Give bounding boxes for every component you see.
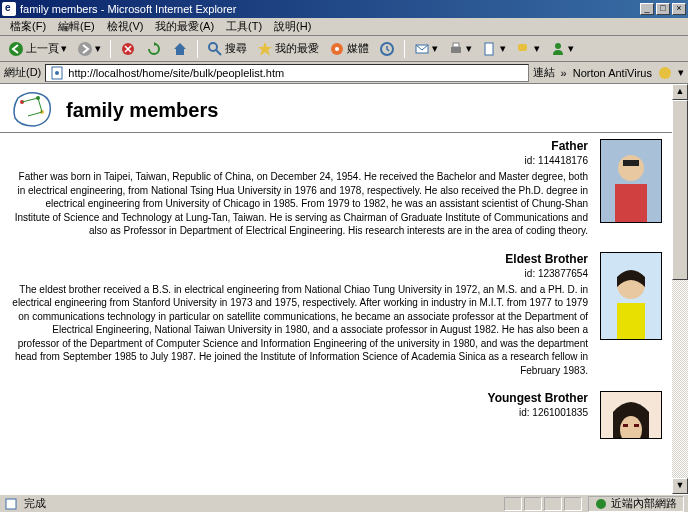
status-pane-seg bbox=[544, 497, 562, 511]
discuss-icon bbox=[516, 41, 532, 57]
media-button[interactable]: 媒體 bbox=[325, 39, 373, 59]
done-icon bbox=[4, 497, 18, 511]
svg-point-1 bbox=[78, 42, 92, 56]
status-bar: 完成 近端內部網路 bbox=[0, 494, 688, 512]
svg-rect-30 bbox=[6, 499, 16, 509]
window-title: family members - Microsoft Internet Expl… bbox=[20, 3, 640, 15]
menu-edit[interactable]: 編輯(E) bbox=[52, 19, 101, 34]
member-id: id: 114418176 bbox=[10, 155, 588, 166]
svg-rect-22 bbox=[615, 184, 647, 222]
member-description: The eldest brother received a B.S. in el… bbox=[10, 283, 588, 378]
stop-button[interactable] bbox=[116, 39, 140, 59]
page-content: family members Father id: 114418176 Fath… bbox=[0, 84, 672, 494]
member-description: Father was born in Taipei, Taiwan, Repub… bbox=[10, 170, 588, 238]
svg-rect-10 bbox=[485, 43, 493, 55]
maximize-button[interactable]: □ bbox=[656, 3, 670, 15]
dropdown-arrow-icon: ▾ bbox=[568, 42, 574, 55]
dropdown-arrow-icon: ▾ bbox=[432, 42, 438, 55]
forward-button[interactable]: ▾ bbox=[73, 39, 105, 59]
status-pane-seg bbox=[504, 497, 522, 511]
mail-icon bbox=[414, 41, 430, 57]
svg-point-5 bbox=[335, 47, 339, 51]
media-icon bbox=[329, 41, 345, 57]
svg-point-20 bbox=[618, 155, 644, 181]
links-label[interactable]: 連結 bbox=[533, 65, 555, 80]
status-panes bbox=[504, 497, 582, 511]
address-links: 連結 » Norton AntiVirus ▾ bbox=[533, 65, 684, 80]
member-text: Youngest Brother id: 1261001835 bbox=[10, 391, 600, 439]
close-button[interactable]: × bbox=[672, 3, 686, 15]
antivirus-label[interactable]: Norton AntiVirus bbox=[573, 67, 652, 79]
address-bar: 網址(D) http://localhost/home/site/bulk/pe… bbox=[0, 62, 688, 84]
edit-icon bbox=[482, 41, 498, 57]
svg-point-14 bbox=[55, 71, 59, 75]
svg-point-12 bbox=[555, 43, 561, 49]
stop-icon bbox=[120, 41, 136, 57]
print-icon bbox=[448, 41, 464, 57]
print-button[interactable]: ▾ bbox=[444, 39, 476, 59]
svg-point-15 bbox=[659, 67, 671, 79]
zone-icon bbox=[595, 498, 607, 510]
member-name: Eldest Brother bbox=[10, 252, 588, 266]
svg-point-0 bbox=[9, 42, 23, 56]
member-row: Father id: 114418176 Father was born in … bbox=[0, 133, 672, 246]
member-id: id: 1261001835 bbox=[10, 407, 588, 418]
back-button[interactable]: 上一頁 ▾ bbox=[4, 39, 71, 59]
status-pane-seg bbox=[524, 497, 542, 511]
member-photo bbox=[600, 139, 662, 223]
minimize-button[interactable]: _ bbox=[640, 3, 654, 15]
home-button[interactable] bbox=[168, 39, 192, 59]
back-arrow-icon bbox=[8, 41, 24, 57]
refresh-button[interactable] bbox=[142, 39, 166, 59]
member-photo bbox=[600, 252, 662, 340]
svg-rect-29 bbox=[634, 424, 639, 427]
address-input[interactable]: http://localhost/home/site/bulk/peopleli… bbox=[45, 64, 528, 82]
history-button[interactable] bbox=[375, 39, 399, 59]
edit-button[interactable]: ▾ bbox=[478, 39, 510, 59]
address-label: 網址(D) bbox=[4, 65, 41, 80]
member-text: Eldest Brother id: 123877654 The eldest … bbox=[10, 252, 600, 378]
discuss-button[interactable]: ▾ bbox=[512, 39, 544, 59]
member-row: Eldest Brother id: 123877654 The eldest … bbox=[0, 246, 672, 386]
vertical-scrollbar[interactable]: ▲ ▼ bbox=[672, 84, 688, 494]
url-text: http://localhost/home/site/bulk/peopleli… bbox=[68, 67, 284, 79]
member-text: Father id: 114418176 Father was born in … bbox=[10, 139, 600, 238]
window-controls: _ □ × bbox=[640, 3, 686, 15]
toolbar-separator bbox=[197, 40, 198, 58]
toolbar-separator bbox=[110, 40, 111, 58]
status-pane-seg bbox=[564, 497, 582, 511]
search-button[interactable]: 搜尋 bbox=[203, 39, 251, 59]
toolbar: 上一頁 ▾ ▾ 搜尋 我的最愛 媒體 ▾ ▾ ▾ bbox=[0, 36, 688, 62]
menu-bar: 檔案(F) 編輯(E) 檢視(V) 我的最愛(A) 工具(T) 說明(H) bbox=[0, 18, 688, 36]
menu-view[interactable]: 檢視(V) bbox=[101, 19, 150, 34]
svg-rect-8 bbox=[451, 47, 461, 53]
member-row: Youngest Brother id: 1261001835 bbox=[0, 385, 672, 447]
menu-help[interactable]: 說明(H) bbox=[268, 19, 317, 34]
scroll-down-button[interactable]: ▼ bbox=[672, 478, 688, 494]
mail-button[interactable]: ▾ bbox=[410, 39, 442, 59]
star-icon bbox=[257, 41, 273, 57]
page-icon bbox=[50, 66, 64, 80]
scroll-track[interactable] bbox=[672, 100, 688, 478]
media-label: 媒體 bbox=[347, 41, 369, 56]
history-icon bbox=[379, 41, 395, 57]
favorites-button[interactable]: 我的最愛 bbox=[253, 39, 323, 59]
messenger-button[interactable]: ▾ bbox=[546, 39, 578, 59]
menu-file[interactable]: 檔案(F) bbox=[4, 19, 52, 34]
dropdown-arrow-icon: ▾ bbox=[95, 42, 101, 55]
svg-rect-28 bbox=[623, 424, 628, 427]
menu-tools[interactable]: 工具(T) bbox=[220, 19, 268, 34]
dropdown-arrow-icon: ▾ bbox=[500, 42, 506, 55]
scroll-thumb[interactable] bbox=[672, 100, 688, 280]
svg-rect-11 bbox=[518, 44, 527, 51]
menu-favorites[interactable]: 我的最愛(A) bbox=[149, 19, 220, 34]
forward-arrow-icon bbox=[77, 41, 93, 57]
zone-pane: 近端內部網路 bbox=[588, 496, 684, 512]
zone-text: 近端內部網路 bbox=[611, 496, 677, 511]
svg-rect-21 bbox=[623, 160, 639, 166]
site-logo bbox=[10, 88, 56, 128]
ie-icon bbox=[2, 2, 16, 16]
person-icon bbox=[550, 41, 566, 57]
scroll-up-button[interactable]: ▲ bbox=[672, 84, 688, 100]
refresh-icon bbox=[146, 41, 162, 57]
